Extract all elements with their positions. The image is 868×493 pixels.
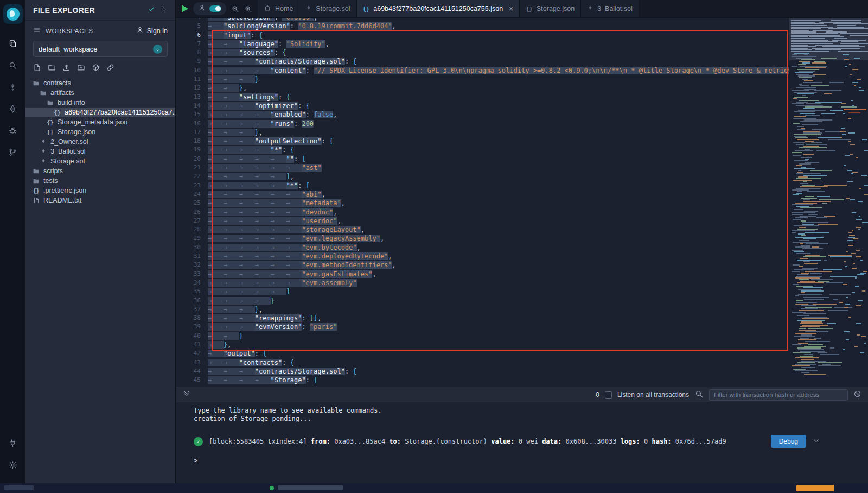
minimap[interactable]	[789, 18, 868, 387]
terminal-prompt[interactable]: >	[194, 457, 868, 465]
upload-folder-icon[interactable]	[77, 64, 85, 72]
transaction-row[interactable]: ✓ [block:5583405 txIndex:4] from: 0xa03.…	[194, 435, 868, 448]
code-line-18[interactable]: 18→ → → "outputSelection": {	[176, 137, 868, 146]
code-line-42[interactable]: 42→ "output": {	[176, 349, 868, 358]
code-line-31[interactable]: 31→ → → → → → "evm.deployedBytecode",	[176, 252, 868, 261]
collapse-terminal-icon[interactable]	[183, 390, 190, 400]
file-explorer-icon[interactable]	[0, 33, 25, 54]
accept-check-icon[interactable]	[148, 5, 155, 15]
tab-a69b43f277ba20fcac141151250ca755-json[interactable]: {}a69b43f277ba20fcac141151250ca755.json×	[357, 0, 520, 17]
tab-3-ballot-sol[interactable]: 3_Ballot.sol	[581, 0, 639, 17]
code-line-17[interactable]: 17→ → → },	[176, 128, 868, 137]
code-line-14[interactable]: 14→ → → "optimizer": {	[176, 102, 868, 110]
tab-storage-sol[interactable]: Storage.sol	[299, 0, 356, 17]
publish-workspace-icon[interactable]	[92, 64, 100, 72]
new-file-icon[interactable]	[33, 64, 41, 72]
code-line-33[interactable]: 33→ → → → → → "evm.gasEstimates",	[176, 270, 868, 279]
code-line-43[interactable]: 43→ → "contracts": {	[176, 358, 868, 367]
search-icon[interactable]	[0, 54, 25, 76]
code-line-20[interactable]: 20→ → → → → "": [	[176, 155, 868, 163]
link-icon[interactable]	[106, 64, 114, 72]
code-line-39[interactable]: 39→ → → "evmVersion": "paris"	[176, 323, 868, 331]
sign-in-button[interactable]: Sign in	[136, 26, 168, 35]
solidity-compiler-icon[interactable]	[0, 76, 25, 98]
hamburger-menu-icon[interactable]	[33, 26, 41, 35]
code-line-4[interactable]: 4→ "solcVersion": "0.8.19",	[176, 18, 868, 22]
code-editor[interactable]: 4→ "solcVersion": "0.8.19",5→ "solcLongV…	[176, 18, 868, 387]
code-line-40[interactable]: 40→ → }	[176, 332, 868, 340]
zoom-in-icon[interactable]	[244, 5, 252, 13]
code-line-11[interactable]: 11→ → → }	[176, 75, 868, 84]
expand-transaction-icon[interactable]	[812, 437, 820, 447]
upload-file-icon[interactable]	[62, 64, 71, 72]
new-folder-icon[interactable]	[48, 64, 56, 72]
tree-item-scripts[interactable]: scripts	[25, 166, 175, 176]
alert-badge[interactable]	[796, 485, 834, 491]
code-line-41[interactable]: 41→ },	[176, 340, 868, 349]
code-line-12[interactable]: 12→ → },	[176, 84, 868, 92]
code-line-36[interactable]: 36→ → → → }	[176, 296, 868, 305]
code-line-30[interactable]: 30→ → → → → → "evm.bytecode",	[176, 243, 868, 252]
code-line-35[interactable]: 35→ → → → → ]	[176, 287, 868, 296]
chevron-right-icon[interactable]	[161, 5, 168, 15]
tree-item-tests[interactable]: tests	[25, 176, 175, 186]
tree-item-storage-sol[interactable]: Storage.sol	[25, 156, 175, 166]
code-line-26[interactable]: 26→ → → → → → "devdoc",	[176, 208, 868, 217]
code-line-28[interactable]: 28→ → → → → → "storageLayout",	[176, 225, 868, 234]
filter-transactions-input[interactable]	[709, 389, 848, 401]
clear-console-icon[interactable]	[853, 390, 861, 400]
code-line-16[interactable]: 16→ → → → "runs": 200	[176, 119, 868, 128]
listen-all-checkbox[interactable]	[605, 391, 612, 399]
assistant-toggle[interactable]	[209, 5, 221, 12]
tree-item-storage-json[interactable]: {}Storage.json	[25, 127, 175, 137]
code-line-45[interactable]: 45→ → → → "Storage": {	[176, 376, 868, 384]
code-line-37[interactable]: 37→ → → },	[176, 305, 868, 314]
close-tab-icon[interactable]: ×	[509, 5, 513, 12]
run-script-button[interactable]	[182, 5, 188, 12]
code-line-19[interactable]: 19→ → → → "*": {	[176, 146, 868, 154]
code-line-9[interactable]: 9→ → → "contracts/Storage.sol": {	[176, 57, 868, 66]
code-line-22[interactable]: 22→ → → → → ],	[176, 172, 868, 181]
zoom-out-icon[interactable]	[231, 5, 239, 13]
code-line-13[interactable]: 13→ → "settings": {	[176, 93, 868, 102]
search-icon[interactable]	[694, 389, 704, 401]
remix-logo[interactable]	[3, 4, 23, 24]
tree-item-2-owner-sol[interactable]: 2_Owner.sol	[25, 137, 175, 147]
code-line-29[interactable]: 29→ → → → → → "evm.legacyAssembly",	[176, 234, 868, 243]
code-line-25[interactable]: 25→ → → → → → "metadata",	[176, 199, 868, 207]
code-line-10[interactable]: 10→ → → → "content": "// SPDX-License-Id…	[176, 66, 868, 75]
code-line-15[interactable]: 15→ → → → "enabled": false,	[176, 110, 868, 119]
tree-item-storage-metadata-json[interactable]: {}Storage_metadata.json	[25, 117, 175, 127]
tree-item-3-ballot-sol[interactable]: 3_Ballot.sol	[25, 147, 175, 156]
terminal-output[interactable]: Type the library name to see available c…	[176, 402, 868, 483]
tree-item-build-info[interactable]: build-info	[25, 98, 175, 108]
code-line-8[interactable]: 8→ → "sources": {	[176, 48, 868, 57]
git-icon[interactable]	[0, 141, 25, 163]
tree-item-contracts[interactable]: contracts	[25, 78, 175, 88]
plugin-manager-icon[interactable]	[0, 432, 25, 454]
deploy-run-icon[interactable]	[0, 98, 25, 119]
code-line-34[interactable]: 34→ → → → → → "evm.assembly"	[176, 279, 868, 287]
code-line-44[interactable]: 44→ → → "contracts/Storage.sol": {	[176, 367, 868, 376]
user-icon[interactable]	[198, 4, 206, 14]
code-line-23[interactable]: 23→ → → → → "*": [	[176, 181, 868, 190]
code-line-38[interactable]: 38→ → → "remappings": [],	[176, 314, 868, 323]
tree-item-readme-txt[interactable]: README.txt	[25, 195, 175, 205]
code-line-7[interactable]: 7→ → "language": "Solidity",	[176, 40, 868, 48]
tab-home[interactable]: Home	[258, 0, 299, 17]
code-line-6[interactable]: 6→ "input": {	[176, 31, 868, 40]
code-line-21[interactable]: 21→ → → → → → "ast"	[176, 163, 868, 172]
code-line-24[interactable]: 24→ → → → → → "abi",	[176, 190, 868, 199]
code-line-27[interactable]: 27→ → → → → → "userdoc",	[176, 217, 868, 225]
code-line-32[interactable]: 32→ → → → → → "evm.methodIdentifiers",	[176, 261, 868, 269]
workspace-switch-icon[interactable]: ⌄	[153, 45, 162, 54]
code-line-5[interactable]: 5→ "solcLongVersion": "0.8.19+commit.7dd…	[176, 22, 868, 30]
tree-item-artifacts[interactable]: artifacts	[25, 88, 175, 98]
workspace-select[interactable]: default_workspace ⌄	[33, 41, 168, 57]
tab-storage-json[interactable]: {}Storage.json	[520, 0, 581, 17]
debugger-icon[interactable]	[0, 119, 25, 141]
debug-button[interactable]: Debug	[771, 435, 806, 448]
settings-icon[interactable]	[0, 454, 25, 476]
tree-item--prettierrc-json[interactable]: {}.prettierrc.json	[25, 186, 175, 195]
tree-item-a69b43f277ba20fcac141151250ca7-[interactable]: {}a69b43f277ba20fcac141151250ca7...	[25, 108, 175, 117]
